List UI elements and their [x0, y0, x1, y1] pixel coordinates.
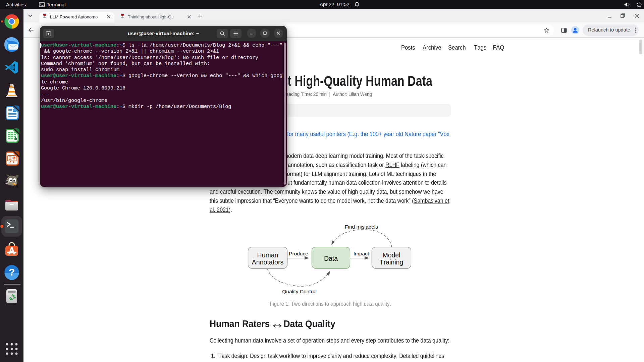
svg-text:Quality Control: Quality Control — [282, 289, 317, 294]
svg-text:Data: Data — [324, 255, 338, 262]
svg-text:?: ? — [9, 266, 15, 278]
svg-text:Find mislabels: Find mislabels — [345, 224, 378, 230]
svg-text:Training: Training — [380, 258, 403, 266]
svg-text:Human: Human — [257, 251, 278, 259]
svg-text:Produce: Produce — [289, 251, 308, 256]
svg-text:Model: Model — [382, 251, 400, 259]
svg-text:Annotators: Annotators — [252, 258, 284, 266]
svg-text:Impact: Impact — [354, 251, 369, 256]
